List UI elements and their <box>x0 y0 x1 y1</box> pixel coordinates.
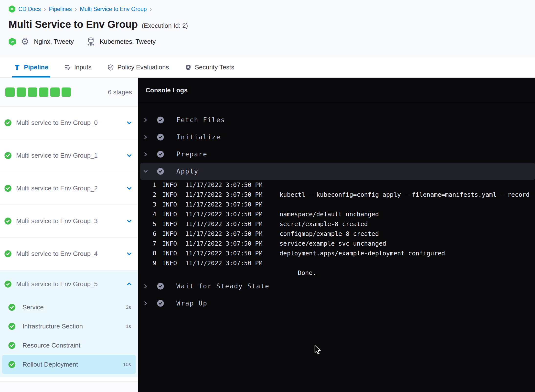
chevron-right-icon[interactable] <box>143 151 149 157</box>
step-row-service[interactable]: Service3s <box>2 298 136 317</box>
breadcrumb-separator-icon: › <box>150 6 152 12</box>
console-step-name: Apply <box>176 168 199 175</box>
log-line-number: 3 <box>138 201 156 208</box>
log-level: INFO <box>162 201 177 208</box>
chevron-down-icon[interactable] <box>126 185 132 192</box>
security-tests-icon <box>185 64 192 71</box>
stage-progress-square[interactable] <box>39 87 48 97</box>
log-line-number: 1 <box>138 181 156 188</box>
pipeline-execution-page: ∞ CD Docs › Pipelines › Multi Service to… <box>0 0 535 392</box>
step-name: Rollout Deployment <box>22 361 78 368</box>
stage-row-multi-service-to-env-group-2[interactable]: Multi service to Env Group_2 <box>0 172 138 205</box>
console-step-wait-for-steady-state[interactable]: Wait for Steady State <box>138 278 535 295</box>
stages-panel: 6 stages Multi service to Env Group_0Mul… <box>0 78 138 392</box>
chevron-down-icon[interactable] <box>126 120 132 126</box>
stage-row-multi-service-to-env-group-3[interactable]: Multi service to Env Group_3 <box>0 205 138 238</box>
console-step-fetch-files[interactable]: Fetch Files <box>138 111 535 129</box>
svg-text:∞: ∞ <box>10 39 14 44</box>
inputs-icon <box>64 64 71 71</box>
check-circle-icon <box>4 280 12 288</box>
tab-pipeline[interactable]: Pipeline <box>12 57 50 77</box>
log-level: INFO <box>162 240 177 247</box>
breadcrumb-link-cd-docs[interactable]: CD Docs <box>18 6 41 12</box>
stage-progress-square[interactable] <box>17 87 26 97</box>
stage-row-multi-service-to-env-group-0[interactable]: Multi service to Env Group_0 <box>0 107 138 139</box>
step-row-resource-constraint[interactable]: Resource Constraint <box>2 336 136 355</box>
stage-name: Multi service to Env Group_0 <box>16 119 98 127</box>
chevron-down-icon[interactable] <box>143 168 149 174</box>
breadcrumb-separator-icon: › <box>44 6 46 12</box>
stage-row-multi-service-to-env-group-4[interactable]: Multi service to Env Group_4 <box>0 238 138 270</box>
check-circle-icon <box>4 217 12 225</box>
tab-label: Inputs <box>74 64 92 71</box>
log-message: secret/example-8 created <box>279 220 368 228</box>
console-step-name: Wait for Steady State <box>176 283 269 290</box>
chevron-down-icon[interactable] <box>126 251 132 257</box>
log-level: INFO <box>162 250 177 257</box>
stage-row-multi-service-to-env-group-5[interactable]: Multi service to Env Group_5 <box>0 270 138 298</box>
tab-label: Security Tests <box>195 64 234 71</box>
step-row-infrastructure-section[interactable]: Infrastructure Section1s <box>2 317 136 336</box>
chevron-right-icon[interactable] <box>143 283 149 289</box>
stage-row-multi-service-to-env-group-1[interactable]: Multi service to Env Group_1 <box>0 139 138 172</box>
tab-label: Pipeline <box>24 64 48 71</box>
breadcrumb-link-pipeline-name[interactable]: Multi Service to Env Group <box>80 6 147 12</box>
harness-cd-icon: ∞ <box>9 5 15 13</box>
stage-progress-square[interactable] <box>5 87 15 97</box>
panel-footer <box>0 381 138 392</box>
log-timestamp: 11/17/2022 3:07:50 PM <box>185 201 262 208</box>
page-title: Multi Service to Env Group <box>9 19 138 30</box>
stage-progress-squares[interactable] <box>5 87 71 97</box>
console-step-name: Prepare <box>176 151 207 158</box>
console-step-wrap-up[interactable]: Wrap Up <box>138 295 535 312</box>
chevron-down-icon[interactable] <box>126 152 132 159</box>
step-row-rollout-deployment[interactable]: Rollout Deployment10s <box>2 355 136 374</box>
console-step-prepare[interactable]: Prepare <box>138 146 535 163</box>
chevron-right-icon[interactable] <box>143 134 149 140</box>
console-step-apply-expanded[interactable]: Apply <box>140 163 535 180</box>
stage-name: Multi service to Env Group_2 <box>16 185 98 192</box>
console-step-name: Initialize <box>176 133 221 141</box>
tab-inputs[interactable]: Inputs <box>62 57 94 77</box>
chevron-right-icon[interactable] <box>143 300 149 306</box>
log-line: 8INFO11/17/2022 3:07:50 PMdeployment.app… <box>138 248 535 258</box>
log-timestamp: 11/17/2022 3:07:50 PM <box>185 250 262 257</box>
environments-infrastructure-icon <box>87 37 95 46</box>
tab-policy-evaluations[interactable]: Policy Evaluations <box>105 57 171 77</box>
log-timestamp: 11/17/2022 3:07:50 PM <box>185 220 262 228</box>
execution-meta-row: ∞ ⚙ Nginx, Tweety Kubernetes, Tweety <box>9 36 156 47</box>
breadcrumb-link-pipelines[interactable]: Pipelines <box>49 6 72 12</box>
stage-progress-square[interactable] <box>62 87 71 97</box>
stage-name: Multi service to Env Group_4 <box>16 250 98 258</box>
stage-progress-square[interactable] <box>50 87 60 97</box>
tab-label: Policy Evaluations <box>118 64 169 71</box>
console-step-name: Wrap Up <box>176 300 207 307</box>
tab-security-tests[interactable]: Security Tests <box>183 57 236 77</box>
chevron-up-icon[interactable] <box>126 281 132 287</box>
step-duration: 1s <box>126 324 131 329</box>
log-line-number: 4 <box>138 211 156 218</box>
log-line: 1INFO11/17/2022 3:07:50 PM <box>138 180 535 190</box>
chevron-right-icon[interactable] <box>143 117 149 123</box>
step-duration: 10s <box>123 362 131 367</box>
stage-name: Multi service to Env Group_3 <box>16 217 98 225</box>
check-circle-icon <box>157 133 164 141</box>
check-circle-icon <box>4 119 12 127</box>
console-step-initialize[interactable]: Initialize <box>138 129 535 146</box>
log-message: deployment.apps/example-deployment confi… <box>279 250 445 257</box>
log-line: 9INFO11/17/2022 3:07:50 PM <box>138 258 535 268</box>
check-circle-icon <box>157 116 164 124</box>
stage-progress-square[interactable] <box>28 87 37 97</box>
breadcrumb: ∞ CD Docs › Pipelines › Multi Service to… <box>9 5 152 13</box>
log-timestamp: 11/17/2022 3:07:50 PM <box>185 240 262 247</box>
step-name: Resource Constraint <box>22 342 80 349</box>
stage-count-label: 6 stages <box>108 78 132 107</box>
log-timestamp: 11/17/2022 3:07:50 PM <box>185 260 262 267</box>
log-level: INFO <box>162 260 177 267</box>
chevron-down-icon[interactable] <box>126 218 132 224</box>
log-line-number: 7 <box>138 240 156 247</box>
log-line: 4INFO11/17/2022 3:07:50 PMnamespace/defa… <box>138 209 535 219</box>
log-line-number: 2 <box>138 191 156 198</box>
services-gear-icon: ⚙ <box>21 37 29 46</box>
log-line-number: 8 <box>138 250 156 257</box>
